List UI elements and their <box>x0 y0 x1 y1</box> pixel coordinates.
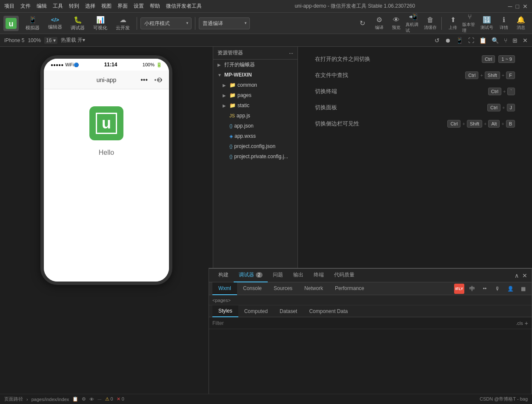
rotate-icon[interactable]: ↺ <box>435 37 440 44</box>
devtab-performance[interactable]: Performance <box>329 282 370 295</box>
user-icon[interactable]: 👤 <box>505 284 515 294</box>
compile-select-wrap[interactable]: 普通编译 <box>199 17 250 29</box>
error-icon: ✕ <box>117 396 120 401</box>
layout-icon[interactable]: ▦ <box>518 284 528 294</box>
search-icon[interactable]: 🔍 <box>492 37 499 44</box>
file-item-editors[interactable]: ▶ 打开的蝙蛾器 <box>213 60 297 70</box>
menu-edit[interactable]: 编辑 <box>37 3 47 10</box>
menu-view[interactable]: 视图 <box>101 3 112 10</box>
msg-button[interactable]: 🔔 消息 <box>513 16 529 31</box>
device-scale-num: 16 ▾ <box>44 37 57 44</box>
file-item-mpweixin[interactable]: ▼ MP-WEIXIN <box>213 70 297 80</box>
tab-terminal[interactable]: 终端 <box>309 269 329 282</box>
menu-help[interactable]: 帮助 <box>150 3 160 10</box>
copy-icon[interactable]: 📋 <box>479 37 486 44</box>
tab-debugger[interactable]: 调试器 2 <box>234 269 268 282</box>
status-breadcrumb: pages/index/index <box>31 397 69 402</box>
menu-settings[interactable]: 设置 <box>134 3 144 10</box>
real-test-button[interactable]: 📲 真机调试 <box>406 16 421 31</box>
menu-dots-icon[interactable]: ••• <box>140 76 148 84</box>
devtab-wxml[interactable]: Wxml <box>212 282 237 295</box>
file-item-common[interactable]: ▶ 📁 common <box>213 80 297 90</box>
refresh-button[interactable]: ↻ <box>355 16 370 31</box>
simulator-label: 模拟器 <box>26 25 40 31</box>
subtab-computed[interactable]: Computed <box>238 305 274 317</box>
tab-problems[interactable]: 问题 <box>268 269 288 282</box>
collapse-icon[interactable]: ∧ <box>515 272 519 279</box>
close-button[interactable]: ✕ <box>523 3 528 10</box>
tab-output[interactable]: 输出 <box>288 269 309 282</box>
compile-select[interactable]: 普通编译 <box>199 17 250 29</box>
devtab-network[interactable]: Network <box>298 282 329 295</box>
version-mgmt-button[interactable]: ⑂ 版本管理 <box>462 16 478 31</box>
maximize-button[interactable]: □ <box>516 3 519 10</box>
file-manager-header: 资源管理器 ··· <box>213 47 297 60</box>
branch-icon[interactable]: ⑂ <box>504 37 507 44</box>
copy-path-icon[interactable]: 📋 <box>72 396 78 402</box>
dots-icon[interactable]: •• <box>480 284 490 294</box>
menu-bar[interactable]: 项目 文件 编辑 工具 转到 选择 视图 界面 设置 帮助 微信开发者工具 <box>4 3 202 10</box>
mic-icon[interactable]: 🎙 <box>492 284 503 294</box>
subtab-styles[interactable]: Styles <box>212 305 238 317</box>
hot-reload[interactable]: 热重载 开▾ <box>61 37 85 44</box>
file-item-pages[interactable]: ▶ 📁 pages <box>213 90 297 100</box>
menu-select[interactable]: 选择 <box>85 3 95 10</box>
key-f-1: F <box>506 71 515 79</box>
toolbar-separator-1 <box>137 17 137 30</box>
window-controls[interactable]: ─ □ ✕ <box>508 3 528 10</box>
subtab-component-data[interactable]: Component Data <box>303 305 354 317</box>
eye-status-icon[interactable]: 👁 <box>89 397 94 402</box>
close-sub-icon[interactable]: ✕ <box>523 37 528 44</box>
test-num-button[interactable]: 🔢 测试号 <box>479 16 495 31</box>
filter-input[interactable] <box>212 320 516 326</box>
scan-icon[interactable]: ⊙ <box>157 76 162 84</box>
status-left: 页面路径 › pages/index/index 📋 ⚙ 👁 ··· ⚠ 0 ✕… <box>4 396 124 402</box>
record-icon[interactable]: ⏺ <box>445 37 451 44</box>
key-ctrl-2: Ctrl <box>488 88 501 95</box>
filter-add-icon[interactable]: + <box>525 320 528 327</box>
devtab-sources[interactable]: Sources <box>268 282 298 295</box>
file-item-appjs[interactable]: ▶ JS app.js <box>213 111 297 121</box>
editor-button[interactable]: </> 编辑器 <box>45 15 66 32</box>
compile-button[interactable]: ⚙ 编译 <box>372 16 387 31</box>
close-panel-icon[interactable]: ✕ <box>522 272 527 279</box>
menu-wechat-devtools[interactable]: 微信开发者工具 <box>166 3 202 10</box>
clear-cache-button[interactable]: 🗑 清缓存 <box>423 16 438 31</box>
test-icon: 🔢 <box>483 16 491 24</box>
cloud-button[interactable]: ☁ 云开发 <box>112 14 133 33</box>
debugger-button[interactable]: 🐛 调试器 <box>67 14 88 33</box>
upload-button[interactable]: ⬆ 上传 <box>445 16 460 31</box>
file-item-appwxss[interactable]: ▶ ◈ app.wxss <box>213 131 297 141</box>
grid-icon[interactable]: ⊞ <box>512 37 518 44</box>
file-item-appjson[interactable]: ▶ {} app.json <box>213 121 297 131</box>
phone-time: 11:14 <box>79 62 143 68</box>
subtab-dataset[interactable]: Dataset <box>274 305 303 317</box>
menu-file[interactable]: 文件 <box>20 3 31 10</box>
preview-button[interactable]: 👁 预览 <box>389 16 404 31</box>
phone-icon[interactable]: 📱 <box>456 37 463 44</box>
mode-select[interactable]: 小程序模式 <box>140 17 192 29</box>
more-status-icon[interactable]: ··· <box>97 397 101 402</box>
simulator-button[interactable]: 📱 模拟器 <box>22 14 43 33</box>
minimize-button[interactable]: ─ <box>508 3 512 10</box>
file-manager-more[interactable]: ··· <box>289 50 293 56</box>
file-item-static[interactable]: ▶ 📁 static <box>213 100 297 111</box>
menu-goto[interactable]: 转到 <box>69 3 79 10</box>
refresh-status-icon[interactable]: ⚙ <box>82 396 86 402</box>
mpweixin-label: MP-WEIXIN <box>224 72 252 78</box>
menu-interface[interactable]: 界面 <box>117 3 128 10</box>
fullscreen-icon[interactable]: ⛶ <box>468 37 474 44</box>
tab-code-quality[interactable]: 代码质量 <box>329 269 360 282</box>
file-item-projectprivate[interactable]: ▶ {} project.private.config.j... <box>213 151 297 162</box>
ifly-icon[interactable]: IFLY <box>454 284 464 294</box>
devtab-console[interactable]: Console <box>237 282 268 295</box>
visual-button[interactable]: 📊 可视化 <box>90 14 111 33</box>
lang-zh-icon[interactable]: 中 <box>467 284 477 294</box>
tab-build[interactable]: 构建 <box>213 269 234 282</box>
detail-button[interactable]: ℹ 详情 <box>496 16 512 31</box>
key-ctrl-3: Ctrl <box>487 104 501 111</box>
file-item-projectconfig[interactable]: ▶ {} project.config.json <box>213 141 297 151</box>
menu-project[interactable]: 项目 <box>4 3 14 10</box>
menu-tools[interactable]: 工具 <box>53 3 63 10</box>
mode-select-wrap[interactable]: 小程序模式 <box>140 17 192 29</box>
